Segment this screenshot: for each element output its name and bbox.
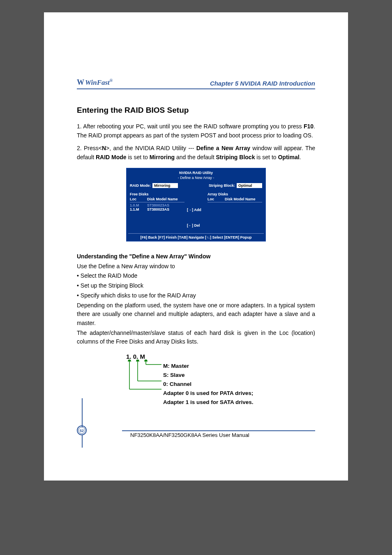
chapter-title: Chapter 5 NVIDIA RAID Introduction <box>210 80 315 87</box>
footer-rule <box>122 430 315 431</box>
free-disks-label: Free Disks <box>130 192 184 196</box>
footer-vline-bottom <box>82 435 83 448</box>
brand-reg: ® <box>110 78 113 83</box>
label-channel: 0: Channel <box>163 380 254 389</box>
bios-columns: Free Disks Loc Disk Model Name 1.0.M ST3… <box>128 192 264 233</box>
understand-bullet-3: • Specify which disks to use for the RAI… <box>77 291 315 300</box>
bios-title: NVIDIA RAID Utility <box>128 170 264 176</box>
free-disks-col: Free Disks Loc Disk Model Name 1.0.M ST3… <box>130 192 184 228</box>
diagram-labels: M: Master S: Slave 0: Channel Adapter 0 … <box>163 362 254 407</box>
loc-diagram: 1. 0. M M: Master S: Slave 0: Channel Ad… <box>126 353 315 411</box>
add-button: [→] Add <box>187 208 205 212</box>
bios-mid-buttons: [→] Add [←] Del <box>187 192 205 228</box>
del-button: [←] Del <box>187 223 205 228</box>
paragraph-2: 2. Press<N>, and the NVIDIA RAID Utility… <box>77 144 315 162</box>
understand-2: Depending on the platform used, the syst… <box>77 301 315 328</box>
brand-logo: WWinFast® <box>77 78 113 87</box>
label-slave: S: Slave <box>163 371 254 380</box>
understand-1: Use the Define a New Array window to <box>77 262 315 271</box>
understand-bullet-1: • Select the RAID Mode <box>77 272 315 281</box>
paragraph-1: 1. After rebooting your PC, wait until y… <box>77 122 315 140</box>
disk-row: 1.1.M ST380023AS <box>130 207 184 211</box>
raid-mode-label: RAID Mode: <box>130 183 151 188</box>
array-disks-label: Array Disks <box>208 192 262 196</box>
page-number-badge: 52 <box>77 425 87 435</box>
raid-mode-value: Mirroring <box>152 183 178 188</box>
bios-footer: [F6] Back [F7] Finish [TAB] Navigate [↑↓… <box>128 233 264 239</box>
page-footer: 52 NF3250K8AA/NF3250GK8AA Series User Ma… <box>77 423 315 448</box>
understand-3: The adapter/channel/master/slave status … <box>77 329 315 346</box>
striping-value: Optimal <box>237 183 262 188</box>
disk-row: 1.0.M ST380023AS <box>130 203 184 207</box>
label-adapter1: Adapter 1 is used for SATA drives. <box>163 398 254 407</box>
page-header: WWinFast® Chapter 5 NVIDIA RAID Introduc… <box>77 78 315 89</box>
striping-label: Striping Block: <box>209 183 235 188</box>
section-title: Entering the RAID BIOS Setup <box>77 106 315 115</box>
array-disks-col: Array Disks Loc Disk Model Name <box>208 192 262 228</box>
bios-subtitle: - Define a New Array - <box>128 176 264 182</box>
footer-vline-top <box>82 398 83 427</box>
brand-name: WinFast <box>85 79 110 86</box>
manual-page: WWinFast® Chapter 5 NVIDIA RAID Introduc… <box>44 12 348 481</box>
footer-manual-name: NF3250K8AA/NF3250GK8AA Series User Manua… <box>130 432 249 438</box>
bios-screenshot: NVIDIA RAID Utility - Define a New Array… <box>77 168 315 242</box>
label-adapter0: Adapter 0 is used for PATA drives; <box>163 389 254 398</box>
subheading: Understanding the "Define a New Array" W… <box>77 253 315 260</box>
free-disks-header: Loc Disk Model Name <box>130 197 184 201</box>
loc-code: 1. 0. M <box>126 353 145 360</box>
understand-bullet-2: • Set up the Striping Block <box>77 281 315 290</box>
svg-text:52: 52 <box>80 428 84 432</box>
brand-w: W <box>77 78 84 86</box>
bios-window: NVIDIA RAID Utility - Define a New Array… <box>126 168 266 242</box>
array-disks-header: Loc Disk Model Name <box>208 197 262 201</box>
bios-mode-row: RAID Mode: Mirroring Striping Block: Opt… <box>128 182 264 192</box>
label-master: M: Master <box>163 362 254 371</box>
